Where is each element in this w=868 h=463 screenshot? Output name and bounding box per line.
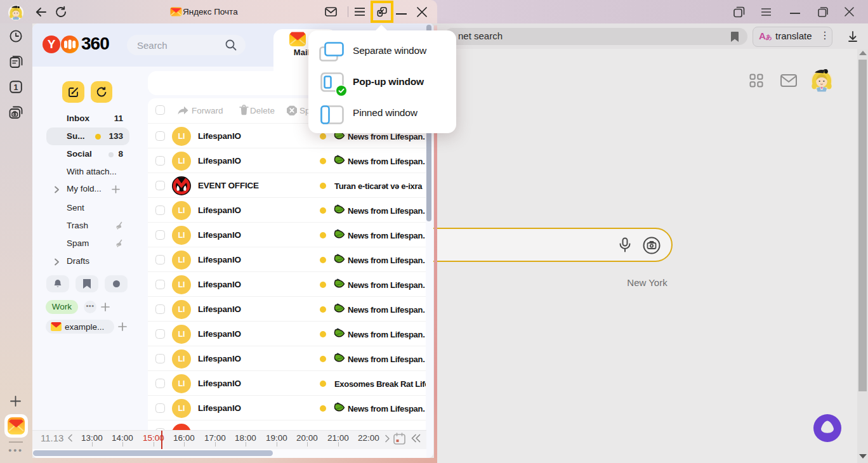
svg-text:1: 1: [14, 83, 18, 92]
